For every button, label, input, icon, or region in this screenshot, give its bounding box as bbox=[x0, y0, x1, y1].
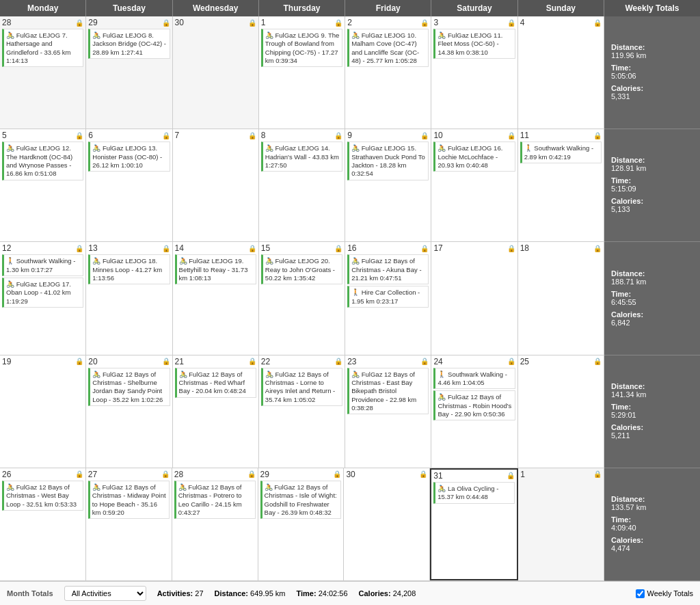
lock-icon: 🔒 bbox=[334, 19, 342, 27]
day-num-text: 6 bbox=[88, 131, 93, 140]
activity-item[interactable]: 🚴 FulGaz LEJOG 8. Jackson Bridge (OC-42)… bbox=[88, 29, 170, 59]
calendar-body: 28🔒🚴 FulGaz LEJOG 7. Hathersage and Grin… bbox=[0, 16, 700, 581]
activity-item[interactable]: 🚴 FulGaz 12 Bays of Christmas - East Bay… bbox=[347, 368, 429, 415]
lock-icon: 🔒 bbox=[593, 19, 602, 27]
bike-icon: 🚴 bbox=[265, 371, 273, 378]
weekly-time-value: 5:15:09 bbox=[611, 185, 693, 193]
activity-item[interactable]: 🚴 FulGaz 12 Bays of Christmas - Lorne to… bbox=[261, 368, 342, 406]
activity-item[interactable]: 🚴 FulGaz 12 Bays of Christmas - Midway P… bbox=[88, 481, 170, 519]
weekly-total-w1: Distance: 128.91 km Time: 5:15:09 Calori… bbox=[604, 129, 700, 242]
bike-icon: 🚴 bbox=[6, 483, 14, 491]
activity-item[interactable]: 🚴 FulGaz 12 Bays of Christmas - Akuna Ba… bbox=[347, 254, 429, 284]
day-cell-w0-d1: 29🔒🚴 FulGaz LEJOG 8. Jackson Bridge (OC-… bbox=[86, 16, 172, 129]
weekly-calories-label: Calories: bbox=[611, 197, 693, 205]
weekly-calories-value: 5,211 bbox=[611, 431, 693, 440]
lock-icon: 🔒 bbox=[507, 245, 515, 252]
day-num-text: 7 bbox=[175, 131, 180, 140]
day-cell-w1-d3: 8🔒🚴 FulGaz LEJOG 14. Hadrian's Wall - 43… bbox=[259, 129, 345, 241]
activity-item[interactable]: 🚴 FulGaz LEJOG 10. Malham Cove (OC-47) a… bbox=[347, 29, 429, 67]
weekly-distance-label: Distance: bbox=[611, 495, 693, 503]
activity-text: FulGaz 12 Bays of Christmas - Potrero to… bbox=[178, 483, 242, 516]
activity-item[interactable]: 🚴 FulGaz LEJOG 17. Oban Loop - 41.02 km … bbox=[2, 278, 83, 308]
day-number: 19🔒 bbox=[2, 357, 83, 366]
activity-item[interactable]: 🚴 FulGaz LEJOG 12. The Hardknott (OC-84)… bbox=[2, 142, 83, 180]
day-number: 26🔒 bbox=[2, 470, 83, 479]
bike-icon: 🚴 bbox=[92, 257, 100, 265]
activity-item[interactable]: 🚶 Southwark Walking - 2.89 km 0:42:19 bbox=[520, 142, 602, 163]
weekly-calories-value: 6,842 bbox=[611, 319, 693, 327]
day-cell-w0-d0: 28🔒🚴 FulGaz LEJOG 7. Hathersage and Grin… bbox=[0, 16, 86, 129]
footer-distance: Distance: 649.95 km bbox=[215, 589, 286, 597]
day-number: 28🔒 bbox=[2, 18, 83, 27]
day-cell-w3-d3: 22🔒🚴 FulGaz 12 Bays of Christmas - Lorne… bbox=[259, 355, 345, 468]
weekly-sidebar: Distance: 119.96 km Time: 5:05:06 Calori… bbox=[604, 16, 700, 581]
footer-activities-label: Activities: 27 bbox=[157, 589, 204, 597]
activity-item[interactable]: 🚴 FulGaz LEJOG 11. Fleet Moss (OC-50) - … bbox=[433, 29, 515, 59]
weekly-totals-checkbox[interactable] bbox=[636, 589, 645, 598]
activity-text: FulGaz 12 Bays of Christmas - Shelburne … bbox=[92, 371, 163, 403]
activity-item[interactable]: 🚴 FulGaz 12 Bays of Christmas - Red Whar… bbox=[175, 368, 256, 398]
weekly-distance-value: 128.91 km bbox=[611, 164, 693, 172]
weekly-time-label: Time: bbox=[611, 403, 693, 411]
bike-icon: 🚴 bbox=[438, 144, 446, 152]
activity-item[interactable]: 🚴 La Oliva Cycling - 15.37 km 0:44:48 bbox=[433, 482, 515, 504]
day-cell-w2-d2: 14🔒🚴 FulGaz LEJOG 19. Bettyhill to Reay … bbox=[173, 242, 259, 354]
activity-item[interactable]: 🚴 FulGaz LEJOG 16. Lochie McLochface - 2… bbox=[433, 142, 515, 172]
calories-label: Calories: bbox=[359, 589, 391, 597]
day-cell-w2-d0: 12🔒🚶 Southwark Walking - 1.30 km 0:17:27… bbox=[0, 242, 86, 354]
day-cell-w0-d4: 2🔒🚴 FulGaz LEJOG 10. Malham Cove (OC-47)… bbox=[345, 16, 431, 129]
activity-item[interactable]: 🚴 FulGaz LEJOG 7. Hathersage and Grindle… bbox=[2, 29, 83, 67]
activity-text: FulGaz LEJOG 9. The Trough of Bowland fr… bbox=[265, 31, 339, 64]
activity-item[interactable]: 🚶 Southwark Walking - 4.46 km 1:04:05 bbox=[433, 368, 515, 390]
day-cell-w1-d6: 11🔒🚶 Southwark Walking - 2.89 km 0:42:19 bbox=[518, 129, 604, 241]
day-cell-w0-d2: 30🔒 bbox=[173, 16, 259, 129]
lock-icon: 🔒 bbox=[334, 358, 342, 365]
lock-icon: 🔒 bbox=[248, 19, 256, 27]
activity-text: FulGaz 12 Bays of Christmas - Robin Hood… bbox=[438, 393, 511, 418]
day-number: 24🔒 bbox=[433, 357, 515, 366]
activity-item[interactable]: 🚴 FulGaz LEJOG 13. Honister Pass (OC-80)… bbox=[88, 142, 170, 172]
day-num-text: 26 bbox=[2, 470, 11, 479]
weekly-total-w4: Distance: 133.57 km Time: 4:09:40 Calori… bbox=[604, 468, 700, 581]
activity-item[interactable]: 🚴 FulGaz LEJOG 18. Minnes Loop - 41.27 k… bbox=[88, 254, 170, 284]
activity-item[interactable]: 🚴 FulGaz LEJOG 9. The Trough of Bowland … bbox=[261, 29, 342, 67]
activity-item[interactable]: 🚴 FulGaz 12 Bays of Christmas - West Bay… bbox=[2, 481, 83, 511]
activity-item[interactable]: 🚶 Southwark Walking - 1.30 km 0:17:27 bbox=[2, 254, 83, 276]
day-number: 10🔒 bbox=[433, 131, 515, 140]
day-num-text: 1 bbox=[261, 18, 266, 27]
lock-icon: 🔒 bbox=[420, 132, 429, 139]
lock-icon: 🔒 bbox=[507, 19, 515, 27]
lock-icon: 🔒 bbox=[75, 19, 83, 27]
day-num-text: 19 bbox=[2, 357, 11, 366]
activity-item[interactable]: 🚴 FulGaz LEJOG 20. Reay to John O'Groats… bbox=[261, 254, 342, 284]
days-grid: 28🔒🚴 FulGaz LEJOG 7. Hathersage and Grin… bbox=[0, 16, 604, 581]
lock-icon: 🔒 bbox=[248, 358, 256, 365]
day-num-text: 2 bbox=[347, 18, 352, 27]
activity-item[interactable]: 🚴 FulGaz LEJOG 19. Bettyhill to Reay - 3… bbox=[175, 254, 256, 284]
day-cell-w2-d4: 16🔒🚴 FulGaz 12 Bays of Christmas - Akuna… bbox=[345, 242, 431, 354]
activity-item[interactable]: 🚴 FulGaz LEJOG 15. Strathaven Duck Pond … bbox=[347, 142, 429, 180]
weekly-time-value: 6:45:55 bbox=[611, 298, 693, 306]
day-cell-w3-d4: 23🔒🚴 FulGaz 12 Bays of Christmas - East … bbox=[345, 355, 431, 468]
day-cell-w4-d5: 31🔒🚴 La Oliva Cycling - 15.37 km 0:44:48 bbox=[430, 468, 518, 580]
activity-item[interactable]: 🚴 FulGaz 12 Bays of Christmas - Potrero … bbox=[174, 481, 256, 519]
weekly-time-label: Time: bbox=[611, 64, 693, 72]
activity-filter-select[interactable]: All Activities bbox=[64, 586, 146, 601]
footer-right: Weekly Totals bbox=[636, 589, 693, 598]
activity-item[interactable]: 🚴 FulGaz 12 Bays of Christmas - Robin Ho… bbox=[433, 390, 515, 420]
bike-icon: 🚴 bbox=[179, 257, 187, 265]
activity-item[interactable]: 🚴 FulGaz 12 Bays of Christmas - Isle of … bbox=[260, 481, 342, 519]
activity-item[interactable]: 🚴 FulGaz 12 Bays of Christmas - Shelburn… bbox=[88, 368, 170, 406]
day-cell-w2-d1: 13🔒🚴 FulGaz LEJOG 18. Minnes Loop - 41.2… bbox=[86, 242, 172, 354]
day-number: 21🔒 bbox=[175, 357, 256, 366]
day-cell-w3-d6: 25🔒 bbox=[518, 355, 604, 468]
walk-icon: 🚶 bbox=[438, 371, 446, 378]
day-number: 17🔒 bbox=[433, 243, 515, 253]
activity-text: FulGaz LEJOG 10. Malham Cove (OC-47) and… bbox=[351, 31, 419, 64]
header-friday: Friday bbox=[345, 0, 431, 16]
lock-icon: 🔒 bbox=[248, 132, 256, 139]
activity-item[interactable]: 🚶 Hire Car Collection - 1.95 km 0:23:17 bbox=[347, 286, 429, 308]
activity-text: FulGaz LEJOG 20. Reay to John O'Groats -… bbox=[265, 257, 335, 282]
activity-item[interactable]: 🚴 FulGaz LEJOG 14. Hadrian's Wall - 43.8… bbox=[261, 142, 342, 172]
header-monday: Monday bbox=[0, 0, 86, 16]
